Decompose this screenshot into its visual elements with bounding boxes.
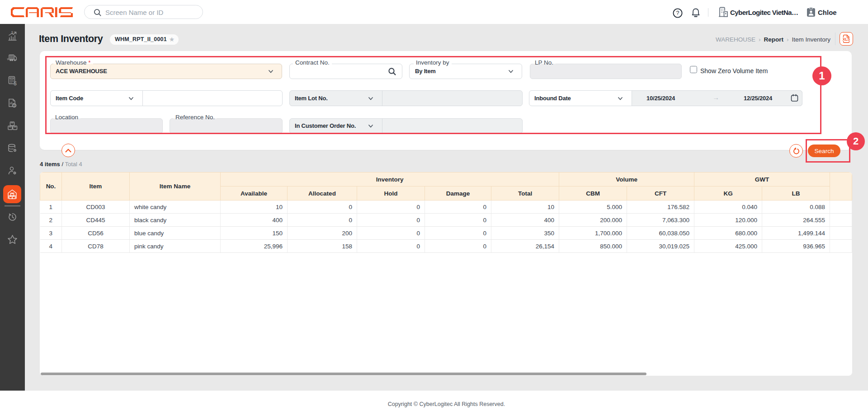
svg-text:$: $ — [14, 80, 17, 86]
svg-text:?: ? — [676, 10, 679, 16]
svg-text:$: $ — [11, 31, 13, 34]
svg-text:XLS: XLS — [843, 37, 850, 42]
